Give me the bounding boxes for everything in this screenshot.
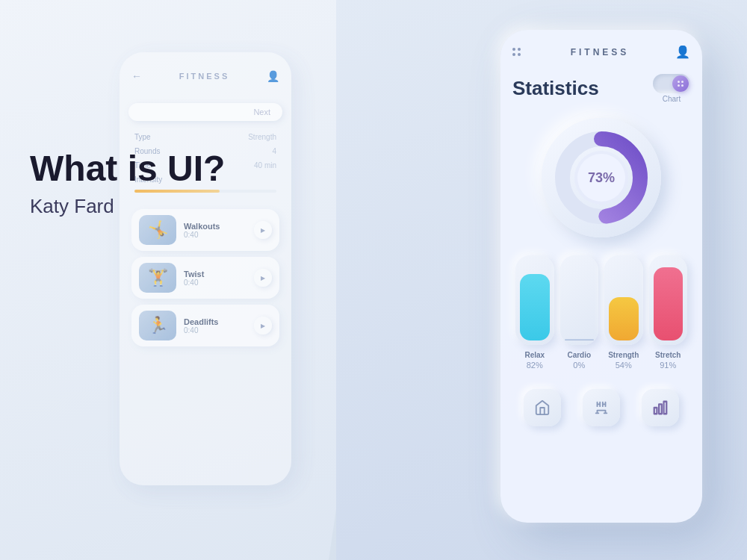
bottom-navigation [512,382,690,434]
bar-percent-stretch: 91% [660,361,676,370]
chart-toggle[interactable] [653,74,690,93]
exercise-name: Walkouts [184,222,254,231]
exercise-duration: 0:40 [184,279,254,287]
svg-rect-6 [664,402,667,414]
exercise-name: Twist [184,270,254,279]
next-button[interactable]: Next [128,103,282,121]
back-arrow-icon: ← [131,70,142,82]
bar-percent-relax: 82% [527,361,543,370]
donut-percentage: 73% [588,170,615,186]
twist-thumbnail: 🏋 [139,263,176,293]
right-phone-mockup: FITNESS 👤 Statistics Chart [500,30,702,523]
nav-stats[interactable] [642,389,679,426]
author-label: Katy Fard [30,195,225,218]
bar-relax: Relax 82% [515,255,554,370]
statistics-title: Statistics [512,77,599,100]
donut-chart: 73% [512,118,690,237]
exercise-list: 🤸 Walkouts 0:40 ▶ 🏋 Twist 0:40 [128,209,282,346]
toggle-knob [672,75,689,92]
left-phone-title: FITNESS [179,72,229,81]
left-text-block: What is UI? Katy Fard [30,149,225,218]
bar-label-strength: Strength [608,351,639,359]
bar-label-stretch: Stretch [655,351,681,359]
bar-label-relax: Relax [524,351,545,359]
svg-rect-5 [659,404,662,414]
stat-rounds-value: 4 [272,147,276,155]
play-button[interactable]: ▶ [254,269,272,287]
bar-cardio: Cardio 0% [560,255,599,370]
stat-type-value: Strength [248,133,276,141]
exercise-item-twist[interactable]: 🏋 Twist 0:40 ▶ [131,257,279,299]
stat-time-value: 40 min [254,161,276,169]
toggle-label: Chart [663,95,681,103]
deadlifts-thumbnail: 🏃 [139,311,176,340]
bar-strength: Strength 54% [604,255,643,370]
svg-rect-4 [654,408,657,414]
user-icon-right: 👤 [675,45,690,59]
bar-stretch: Stretch 91% [649,255,688,370]
right-phone-title: FITNESS [571,47,630,57]
user-icon-left: 👤 [267,70,279,82]
walkouts-thumbnail: 🤸 [139,215,176,245]
grid-icon [512,48,524,56]
bar-fill-stretch [654,267,684,340]
left-phone-mockup: ← FITNESS 👤 Next Type Strength Rounds 4 … [120,52,291,485]
exercise-duration: 0:40 [184,231,254,239]
page-title: What is UI? [30,149,225,189]
bar-label-cardio: Cardio [567,351,591,359]
right-phone-header: FITNESS 👤 [512,45,690,59]
bar-percent-cardio: 0% [573,361,585,370]
stat-type-label: Type [134,133,151,141]
exercise-duration: 0:40 [184,326,254,335]
bar-chart: Relax 82% Cardio 0% Strength 54% Stretch [512,255,690,370]
bar-fill-cardio [565,339,595,340]
bar-percent-strength: 54% [616,361,632,370]
statistics-header: Statistics Chart [512,74,690,103]
bar-fill-relax [520,274,550,340]
play-button[interactable]: ▶ [254,317,272,335]
play-button[interactable]: ▶ [254,221,272,239]
nav-home[interactable] [524,389,561,426]
nav-workout[interactable] [583,389,620,426]
chart-toggle-container: Chart [653,74,690,103]
exercise-name: Deadlifts [184,317,254,326]
exercise-item-deadlifts[interactable]: 🏃 Deadlifts 0:40 ▶ [131,305,279,346]
bar-fill-strength [609,297,639,340]
